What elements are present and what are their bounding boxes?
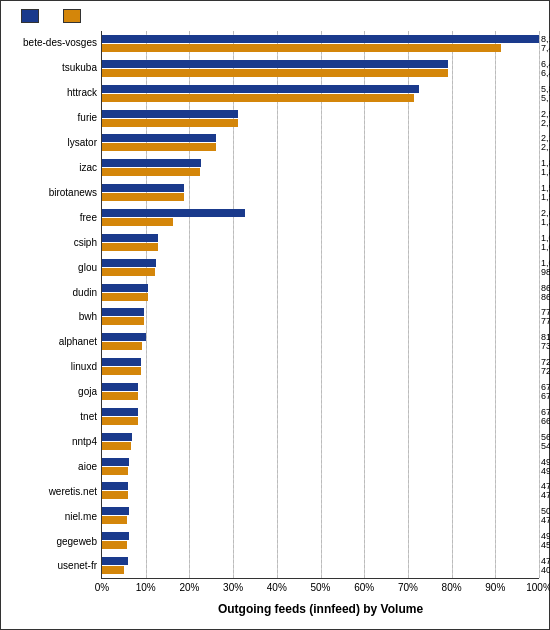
accepted-bar-row: 1,037,752 [102,234,539,242]
rejected-bar [102,491,128,499]
accepted-bar [102,333,146,341]
y-label: csiph [11,238,101,248]
rejected-value-label: 723,864 [541,366,550,376]
accepted-bar [102,110,238,118]
accepted-bar [102,184,184,192]
rejected-value-label: 2,521,509 [541,118,550,128]
accepted-bar-row: 861,540 [102,284,539,292]
accepted-bar [102,35,539,43]
x-tick-label: 60% [354,582,374,593]
rejected-value-label: 734,169 [541,341,550,351]
rejected-bar [102,193,184,201]
rejected-bar-row: 1,321,765 [102,218,539,226]
accepted-bar-row: 499,383 [102,458,539,466]
accepted-bar [102,308,144,316]
bar-group: 1,037,7521,031,821 [102,234,539,251]
rejected-bar [102,293,148,301]
x-tick-label: 0% [95,582,109,593]
y-label: izac [11,163,101,173]
rejected-value-label: 1,513,675 [541,192,550,202]
rejected-bar [102,541,127,549]
bar-group: 772,855772,655 [102,308,539,325]
chart-container: bete-des-vosgestsukubahttrackfurielysato… [0,0,550,630]
x-tick-label: 10% [136,582,156,593]
accepted-bar [102,433,132,441]
bar-group: 2,122,1592,122,159 [102,134,539,151]
y-label: lysator [11,138,101,148]
accepted-bar [102,234,158,242]
y-label: gegeweb [11,537,101,547]
accepted-bar [102,358,141,366]
accepted-bar [102,532,129,540]
rejected-bar-row: 6,431,386 [102,69,539,77]
bar-group: 676,273674,501 [102,383,539,400]
rejected-bar-row: 664,406 [102,417,539,425]
rejected-bar [102,317,144,325]
accepted-bar-row: 2,648,325 [102,209,539,217]
bar-group: 501,964471,172 [102,507,539,524]
x-tick-label: 20% [179,582,199,593]
y-label: glou [11,263,101,273]
accepted-bar [102,209,245,217]
bar-group: 2,533,9422,521,509 [102,110,539,127]
accepted-bar [102,284,148,292]
accepted-bar [102,482,128,490]
accepted-bar-row: 474,148 [102,557,539,565]
rejected-value-label: 986,736 [541,267,550,277]
rejected-value-label: 861,540 [541,292,550,302]
x-tick-label: 30% [223,582,243,593]
chart-area: bete-des-vosgestsukubahttrackfurielysato… [11,31,539,579]
bar-group: 8,112,6397,402,941 [102,35,539,52]
bar-group: 723,864723,864 [102,358,539,375]
accepted-bar-row: 562,851 [102,433,539,441]
y-label: nntp4 [11,437,101,447]
rejected-bar-row: 545,344 [102,442,539,450]
rejected-bar-row: 459,475 [102,541,539,549]
rejected-bar [102,218,173,226]
rejected-value-label: 459,475 [541,540,550,550]
bar-group: 562,851545,344 [102,433,539,450]
rejected-bar-row: 861,540 [102,293,539,301]
accepted-bar [102,259,156,267]
y-label: weretis.net [11,487,101,497]
rejected-bar-row: 490,532 [102,467,539,475]
accepted-bar [102,383,138,391]
rejected-value-label: 490,532 [541,466,550,476]
rejected-value-label: 664,406 [541,416,550,426]
x-tick-label: 90% [485,582,505,593]
accepted-bar-row: 473,569 [102,482,539,490]
y-label: furie [11,113,101,123]
y-label: goja [11,387,101,397]
accepted-bar-row: 501,964 [102,507,539,515]
rejected-value-label: 772,655 [541,316,550,326]
y-labels: bete-des-vosgestsukubahttrackfurielysato… [11,31,101,579]
rejected-value-label: 1,827,414 [541,167,550,177]
bar-group: 812,133734,169 [102,333,539,350]
y-label: aioe [11,462,101,472]
legend [11,9,539,23]
accepted-bar-row: 674,753 [102,408,539,416]
accepted-bar-row: 1,001,821 [102,259,539,267]
y-label: httrack [11,88,101,98]
accepted-bar [102,458,129,466]
rejected-bar-row: 723,864 [102,367,539,375]
rejected-bar [102,516,127,524]
rejected-bar [102,243,158,251]
bar-group: 1,523,6351,513,675 [102,184,539,201]
accepted-bar [102,408,138,416]
accepted-bar-row: 772,855 [102,308,539,316]
accepted-bar [102,507,129,515]
legend-accepted [21,9,43,23]
rejected-bar [102,392,138,400]
rejected-bar [102,467,128,475]
rejected-bar [102,566,124,574]
rejected-value-label: 1,321,765 [541,217,550,227]
rejected-bar-row: 2,122,159 [102,143,539,151]
bar-group: 861,540861,540 [102,284,539,301]
bar-group: 674,753664,406 [102,408,539,425]
rejected-bar-row: 2,521,509 [102,119,539,127]
rejected-bar-row: 986,736 [102,268,539,276]
bar-group: 5,886,7125,790,405 [102,85,539,102]
rejected-bar-row: 1,031,821 [102,243,539,251]
y-label: usenet-fr [11,561,101,571]
